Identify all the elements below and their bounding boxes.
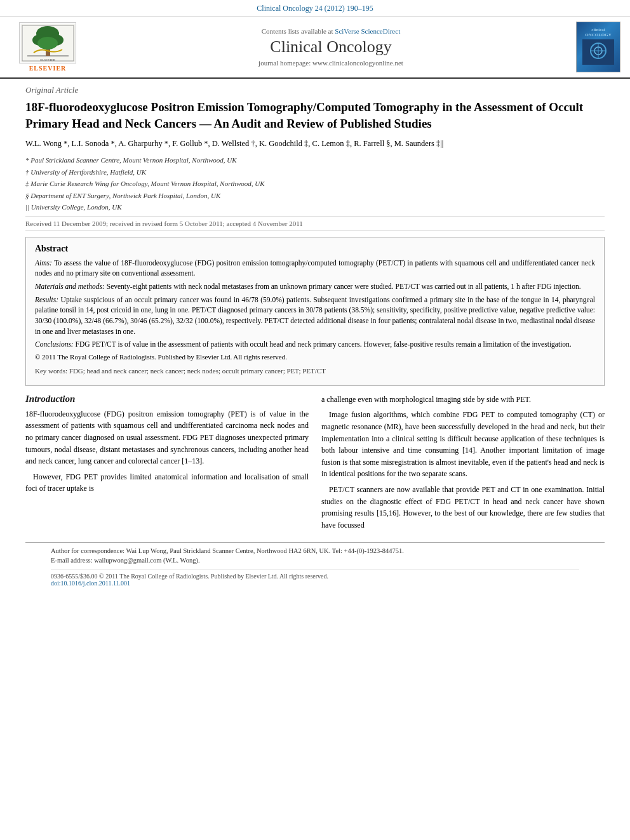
footer-bottom: 0936-6555/$36.00 © 2011 The Royal Colleg… [51, 570, 579, 587]
journal-reference-bar: Clinical Oncology 24 (2012) 190–195 [0, 0, 630, 17]
introduction-title: Introduction [25, 394, 309, 404]
materials-label: Materials and methods: [35, 283, 107, 290]
article-title: 18F-fluorodeoxyglucose Positron Emission… [25, 99, 605, 131]
footer-copyright: 0936-6555/$36.00 © 2011 The Royal Colleg… [51, 573, 328, 580]
aims-label: Aims: [35, 259, 54, 267]
svg-point-7 [37, 37, 58, 50]
journal-title-header: Clinical Oncology [270, 37, 391, 57]
intro-para-2: However, FDG PET provides limited anatom… [25, 471, 309, 495]
page-wrapper: Clinical Oncology 24 (2012) 190–195 [0, 0, 630, 597]
results-text: Uptake suspicious of an occult primary c… [35, 296, 595, 335]
abstract-aims: Aims: To assess the value of 18F-fluorod… [35, 258, 595, 279]
abstract-conclusions: Conclusions: FDG PET/CT is of value in t… [35, 339, 595, 350]
intro-para-3: a challenge even with morphological imag… [321, 394, 605, 406]
results-label: Results: [35, 296, 61, 303]
email-note: E-mail address: wailupwong@gmail.com (W.… [51, 556, 579, 566]
authors-line: W.L. Wong *, L.I. Sonoda *, A. Gharpurhy… [25, 138, 605, 150]
affiliation-1: * Paul Strickland Scanner Centre, Mount … [25, 155, 605, 166]
main-content: Original Article 18F-fluorodeoxyglucose … [0, 79, 630, 597]
abstract-results: Results: Uptake suspicious of an occult … [35, 295, 595, 337]
received-line: Received 11 December 2009; received in r… [25, 217, 605, 230]
two-column-layout: Introduction 18F-fluorodeoxyglucose (FDG… [25, 394, 605, 535]
page-footer: Author for correspondence: Wai Lup Wong,… [25, 542, 605, 590]
aims-text: To assess the value of 18F-fluorodeoxygl… [35, 259, 595, 277]
journal-homepage: journal homepage: www.clinicaloncologyon… [258, 59, 403, 67]
materials-text: Seventy-eight patients with neck nodal m… [107, 283, 581, 290]
intro-para-5: PET/CT scanners are now available that p… [321, 484, 605, 531]
conclusions-label: Conclusions: [35, 340, 76, 348]
intro-para-4: Image fusion algorithms, which combine F… [321, 409, 605, 480]
journal-logo-title: clinicalONCOLOGY [585, 27, 612, 38]
article-type: Original Article [25, 85, 605, 95]
intro-para-1: 18F-fluorodeoxyglucose (FDG) positron em… [25, 408, 309, 467]
abstract-title: Abstract [35, 244, 595, 254]
journal-logo-area: clinicalONCOLOGY [573, 22, 624, 72]
abstract-materials: Materials and methods: Seventy-eight pat… [35, 281, 595, 292]
publisher-logo-area: ELSEVIER ELSEVIER [6, 22, 89, 72]
intro-body-left: 18F-fluorodeoxyglucose (FDG) positron em… [25, 408, 309, 495]
footnote-section: Author for correspondence: Wai Lup Wong,… [51, 547, 579, 565]
keywords: Key words: FDG; head and neck cancer; ne… [35, 366, 595, 377]
sciverse-link[interactable]: SciVerse ScienceDirect [335, 27, 400, 35]
email-text: E-mail address: wailupwong@gmail.com (W.… [51, 557, 200, 564]
abstract-box: Abstract Aims: To assess the value of 18… [25, 237, 605, 386]
elsevier-brand: ELSEVIER [29, 65, 67, 72]
affiliation-3: ‡ Marie Curie Research Wing for Oncology… [25, 178, 605, 189]
journal-header: ELSEVIER ELSEVIER Contents lists availab… [0, 17, 630, 79]
correspondence-note: Author for correspondence: Wai Lup Wong,… [51, 547, 579, 556]
affiliation-5: || University College, London, UK [25, 202, 605, 213]
intro-body-right: a challenge even with morphological imag… [321, 394, 605, 531]
conclusions-text: FDG PET/CT is of value in the assessment… [76, 340, 572, 348]
affiliations: * Paul Strickland Scanner Centre, Mount … [25, 155, 605, 213]
svg-text:ELSEVIER: ELSEVIER [40, 58, 55, 62]
doi-text: doi:10.1016/j.clon.2011.11.001 [51, 580, 130, 587]
journal-ref-text: Clinical Oncology 24 (2012) 190–195 [257, 4, 373, 13]
column-right: a challenge even with morphological imag… [321, 394, 605, 535]
column-left: Introduction 18F-fluorodeoxyglucose (FDG… [25, 394, 309, 535]
elsevier-logo: ELSEVIER ELSEVIER [19, 22, 76, 72]
contents-available-text: Contents lists available at [262, 27, 335, 35]
copyright-line: © 2011 The Royal College of Radiologists… [35, 352, 595, 363]
correspondence-text: Author for correspondence: Wai Lup Wong,… [51, 547, 404, 554]
affiliation-2: † University of Hertfordshire, Hatfield,… [25, 167, 605, 178]
journal-logo-box: clinicalONCOLOGY [576, 22, 620, 72]
authors-text: W.L. Wong *, L.I. Sonoda *, A. Gharpurhy… [25, 139, 443, 148]
affiliation-4: § Department of ENT Surgery, Northwick P… [25, 190, 605, 201]
abstract-text: Aims: To assess the value of 18F-fluorod… [35, 258, 595, 377]
sciverse-line: Contents lists available at SciVerse Sci… [262, 27, 400, 35]
elsevier-tree-graphic: ELSEVIER [19, 22, 76, 63]
journal-header-center: Contents lists available at SciVerse Sci… [89, 22, 573, 72]
